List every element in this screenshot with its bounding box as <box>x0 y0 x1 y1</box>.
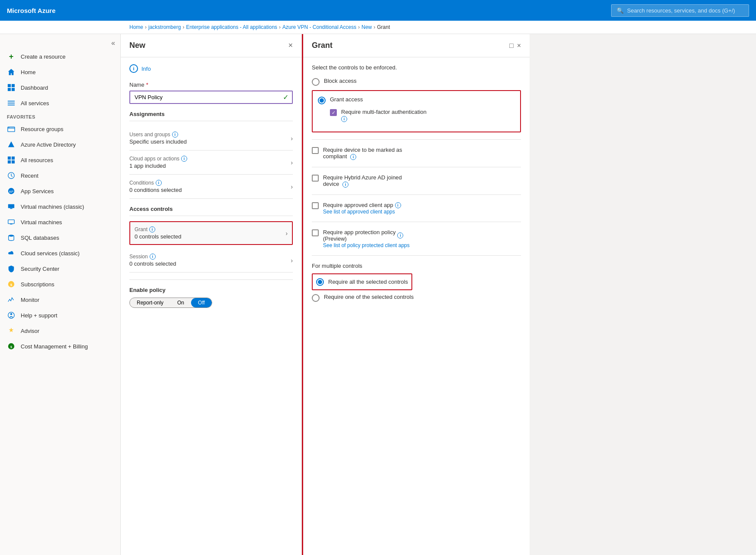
conditions-label: Conditions i <box>129 180 182 186</box>
sidebar-item-home[interactable]: Home <box>0 64 120 80</box>
breadcrumb-home[interactable]: Home <box>129 24 143 30</box>
sidebar-label-home: Home <box>21 69 36 75</box>
approved-client-checkbox[interactable] <box>312 202 319 209</box>
sidebar-item-advisor[interactable]: Advisor <box>0 323 120 339</box>
subscriptions-icon: $ <box>7 280 16 288</box>
sidebar-item-all-resources[interactable]: All resources <box>0 152 120 168</box>
sidebar-item-help-support[interactable]: Help + support <box>0 307 120 323</box>
app-protection-link[interactable]: See list of policy protected client apps <box>323 242 410 248</box>
hybrid-ad-info-icon[interactable]: i <box>342 182 348 188</box>
mfa-info-icon[interactable]: i <box>341 116 347 122</box>
sidebar-item-security-center[interactable]: Security Center <box>0 261 120 276</box>
breadcrumb-azure-vpn[interactable]: Azure VPN - Conditional Access <box>282 24 356 30</box>
sidebar-label-subscriptions: Subscriptions <box>21 281 54 288</box>
grant-item[interactable]: Grant i 0 controls selected › <box>129 221 293 245</box>
sidebar-label-advisor: Advisor <box>21 328 39 334</box>
grant-panel-body: Select the controls to be enforced. Bloc… <box>303 57 530 555</box>
sidebar-item-cost-management[interactable]: $ Cost Management + Billing <box>0 339 120 354</box>
dashboard-icon <box>7 83 16 92</box>
hybrid-ad-checkbox-item[interactable]: Require Hybrid Azure AD joineddevice i <box>312 174 521 188</box>
grant-divider-3 <box>312 194 521 195</box>
users-groups-item[interactable]: Users and groups i Specific users includ… <box>129 126 293 151</box>
sidebar-item-create-resource[interactable]: + Create a resource <box>0 49 120 64</box>
users-groups-info-icon[interactable]: i <box>172 132 178 138</box>
grant-info-icon[interactable]: i <box>149 226 155 232</box>
new-panel: New × i Info Name * ✓ <box>121 34 302 555</box>
sidebar-label-cloud-services: Cloud services (classic) <box>21 250 80 257</box>
sidebar-item-recent[interactable]: Recent <box>0 168 120 183</box>
breadcrumb-enterprise-apps[interactable]: Enterprise applications - All applicatio… <box>186 24 277 30</box>
app-protection-checkbox[interactable] <box>312 229 319 236</box>
grant-panel-close-button[interactable]: × <box>517 42 521 50</box>
grant-divider-5 <box>312 255 521 256</box>
search-bar[interactable]: 🔍 <box>611 4 749 17</box>
toggle-container[interactable]: Report-only On Off <box>129 298 212 308</box>
hybrid-ad-content: Require Hybrid Azure AD joineddevice i <box>323 174 402 188</box>
app-protection-checkbox-item[interactable]: Require app protection policy(Preview) i… <box>312 229 521 248</box>
sidebar-item-all-services[interactable]: All services <box>0 95 120 111</box>
device-compliant-checkbox-item[interactable]: Require device to be marked ascompliant … <box>312 147 521 160</box>
cloud-apps-info-icon[interactable]: i <box>181 156 187 162</box>
sidebar-item-dashboard[interactable]: Dashboard <box>0 80 120 95</box>
app-services-icon: AP <box>7 187 16 195</box>
sidebar-item-vm-classic[interactable]: Virtual machines (classic) <box>0 199 120 214</box>
svg-point-21 <box>9 235 14 237</box>
device-compliant-checkbox[interactable] <box>312 147 319 154</box>
security-center-icon <box>7 264 16 273</box>
search-input[interactable] <box>627 7 743 14</box>
device-compliant-info-icon[interactable]: i <box>350 154 356 160</box>
name-form-group: Name * ✓ <box>129 82 293 104</box>
sidebar-item-vm[interactable]: Virtual machines <box>0 214 120 230</box>
mfa-checkbox-item[interactable]: Require multi-factor authentication i <box>330 109 515 122</box>
sidebar-collapse-btn[interactable]: « <box>0 38 120 49</box>
sql-icon <box>7 233 16 242</box>
sidebar-item-azure-ad[interactable]: Azure Active Directory <box>0 137 120 152</box>
sidebar-item-app-services[interactable]: AP App Services <box>0 183 120 199</box>
vm-classic-icon <box>7 202 16 211</box>
session-info-icon[interactable]: i <box>150 254 156 260</box>
sidebar-item-resource-groups[interactable]: Resource groups <box>0 121 120 137</box>
svg-rect-17 <box>8 204 14 208</box>
app-protection-info-icon[interactable]: i <box>397 232 403 238</box>
app-protection-content: Require app protection policy(Preview) i… <box>323 229 410 248</box>
require-all-label: Require all the selected controls <box>328 279 408 285</box>
approved-client-checkbox-item[interactable]: Require approved client app i See list o… <box>312 202 521 215</box>
divider-1 <box>129 279 293 280</box>
require-one-radio[interactable]: Require one of the selected controls <box>312 294 521 302</box>
sidebar-item-subscriptions[interactable]: $ Subscriptions <box>0 276 120 292</box>
hybrid-ad-checkbox[interactable] <box>312 175 319 182</box>
conditions-info-icon[interactable]: i <box>156 180 162 186</box>
require-all-section[interactable]: Require all the selected controls <box>312 273 412 290</box>
sidebar-label-help-support: Help + support <box>21 312 57 319</box>
grant-panel-header: Grant □ × <box>303 34 530 57</box>
collapse-icon[interactable]: « <box>111 39 115 47</box>
breadcrumb-new[interactable]: New <box>361 24 372 30</box>
hybrid-ad-label: Require Hybrid Azure AD joineddevice <box>323 174 402 187</box>
sidebar-item-sql[interactable]: SQL databases <box>0 230 120 245</box>
toggle-report-only[interactable]: Report-only <box>130 298 170 307</box>
access-controls-title: Access controls <box>129 206 293 216</box>
session-item[interactable]: Session i 0 controls selected › <box>129 248 293 273</box>
sidebar-label-all-resources: All resources <box>21 157 53 163</box>
toggle-on[interactable]: On <box>170 298 191 307</box>
approved-client-info-icon[interactable]: i <box>395 202 401 208</box>
block-access-radio[interactable]: Block access <box>312 78 521 86</box>
mfa-checkbox[interactable] <box>330 109 337 116</box>
sidebar-item-monitor[interactable]: Monitor <box>0 292 120 307</box>
all-services-icon <box>7 99 16 107</box>
device-compliant-label: Require device to be marked ascompliant <box>323 147 402 160</box>
approved-client-link[interactable]: See list of approved client apps <box>323 209 395 215</box>
conditions-item[interactable]: Conditions i 0 conditions selected › <box>129 175 293 199</box>
cloud-apps-item[interactable]: Cloud apps or actions i 1 app included › <box>129 151 293 175</box>
sidebar-item-cloud-services[interactable]: Cloud services (classic) <box>0 245 120 261</box>
name-input[interactable] <box>129 91 293 104</box>
grant-panel-maximize-button[interactable]: □ <box>509 42 514 50</box>
users-groups-label: Users and groups i <box>129 132 187 138</box>
grant-access-radio[interactable]: Grant access <box>318 96 515 104</box>
breadcrumb-jackstromberg[interactable]: jackstromberg <box>148 24 181 30</box>
new-panel-close-button[interactable]: × <box>288 41 293 50</box>
toggle-off[interactable]: Off <box>191 298 212 307</box>
approved-client-label: Require approved client app <box>323 202 393 208</box>
grant-divider-1 <box>312 139 521 140</box>
name-input-wrapper: ✓ <box>129 91 293 104</box>
